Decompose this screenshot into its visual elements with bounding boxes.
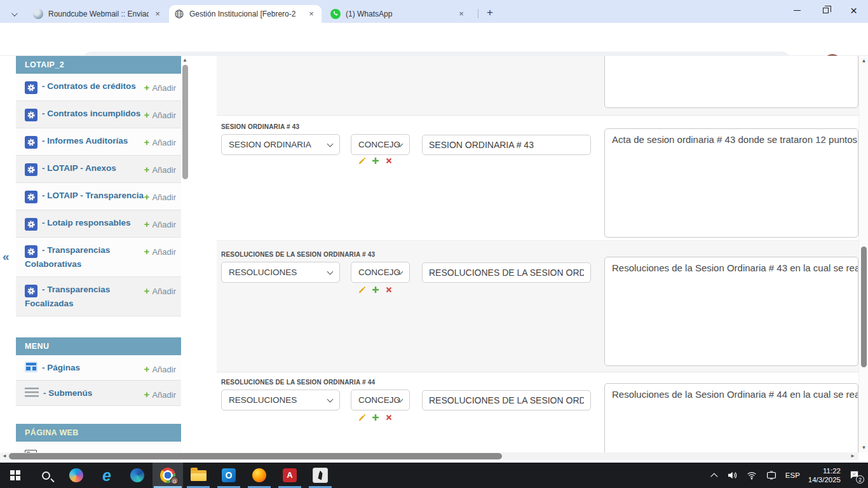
scroll-right-arrow-icon[interactable]: ►	[850, 453, 855, 459]
edit-pencil-icon[interactable]	[358, 156, 367, 165]
sidebar-item-lotaip-transparencia[interactable]: Añadir - LOTAIP - Transparencia	[16, 183, 181, 210]
sidebar-item-contratos-incumplidos[interactable]: Añadir - Contratos incumplidos	[16, 101, 181, 128]
type-select[interactable]: RESOLUCIONES	[221, 390, 340, 410]
description-textarea[interactable]	[604, 257, 858, 366]
taskbar-edge-button[interactable]	[122, 463, 153, 488]
sidebar-item-informes-auditorias[interactable]: Añadir - Informes Auditorías	[16, 128, 181, 156]
clock[interactable]: 11:22 14/3/2025	[808, 466, 841, 485]
sidebar-item-pagina-web-partial[interactable]: Añadir	[16, 442, 181, 452]
scroll-up-arrow-icon[interactable]: ▲	[859, 58, 868, 64]
window-restore-button[interactable]	[811, 0, 840, 21]
inline-form-area: SESION ORDINARIA # 43 SESION ORDINARIA C…	[217, 56, 858, 452]
taskbar-ie-button[interactable]: e	[92, 463, 122, 488]
add-plus-icon[interactable]	[371, 413, 380, 422]
tab-whatsapp[interactable]: (1) WhatsApp	[325, 5, 471, 23]
sidebar-item-contratos-creditos[interactable]: Añadir - Contratos de créditos	[16, 74, 181, 101]
delete-x-icon[interactable]	[384, 413, 393, 422]
start-button[interactable]	[0, 463, 31, 488]
scrollbar-thumb[interactable]	[182, 65, 188, 179]
scroll-left-arrow-icon[interactable]: ◄	[2, 453, 7, 459]
delete-x-icon[interactable]	[384, 285, 393, 294]
add-link[interactable]: Añadir	[144, 285, 176, 297]
taskbar-acrobat-button[interactable]: A	[275, 463, 305, 488]
add-plus-icon[interactable]	[371, 156, 380, 165]
description-textarea[interactable]	[604, 128, 858, 238]
description-textarea[interactable]	[604, 383, 858, 452]
sidebar-item-label[interactable]: - LOTAIP - Transparencia	[42, 191, 144, 200]
council-select[interactable]: CONCEJO	[351, 134, 410, 155]
add-link[interactable]: Añadir	[144, 245, 176, 258]
delete-x-icon[interactable]	[384, 156, 393, 165]
add-link[interactable]: Añadir	[144, 218, 176, 231]
add-link[interactable]: Añadir	[144, 388, 176, 401]
window-minimize-button[interactable]	[783, 0, 811, 21]
taskbar-explorer-button[interactable]	[183, 463, 214, 488]
scrollbar-thumb[interactable]	[861, 247, 867, 367]
add-link[interactable]: Añadir	[144, 191, 176, 203]
sidebar-scrollbar[interactable]: ▲	[182, 56, 189, 452]
type-select[interactable]: SESION ORDINARIA	[221, 134, 340, 155]
type-select[interactable]: RESOLUCIONES	[221, 262, 340, 283]
sidebar-item-submenus[interactable]: Añadir - Submenús	[16, 381, 181, 406]
sidebar-gap	[16, 316, 181, 337]
scroll-down-arrow-icon[interactable]: ▼	[859, 445, 868, 451]
sidebar-item-label[interactable]: - Submenús	[43, 388, 92, 398]
page-vertical-scrollbar[interactable]: ▲ ▼	[858, 56, 868, 452]
add-plus-icon[interactable]	[371, 285, 380, 294]
new-tab-button[interactable]	[483, 6, 497, 20]
taskbar-copilot-button[interactable]	[61, 463, 92, 488]
connect-display-icon[interactable]	[766, 470, 777, 481]
sidebar-item-paginas[interactable]: Añadir - Páginas	[16, 355, 181, 381]
title-input[interactable]	[422, 262, 591, 283]
add-link[interactable]: Añadir	[144, 136, 176, 149]
taskbar-outlook-button[interactable]: O	[214, 463, 244, 488]
sidebar-item-label[interactable]: - Transparencias Focalizadas	[25, 285, 110, 308]
add-link[interactable]: Añadir	[144, 81, 176, 94]
sidebar-item-label[interactable]: - Transparencias Colaborativas	[25, 245, 110, 269]
scroll-up-arrow-icon[interactable]: ▲	[182, 57, 187, 63]
edit-pencil-icon[interactable]	[358, 285, 367, 294]
sidebar-item-label[interactable]: - LOTAIP - Anexos	[42, 163, 116, 173]
window-close-button[interactable]	[839, 0, 868, 21]
wifi-icon[interactable]	[746, 470, 757, 481]
tab-close-icon[interactable]	[153, 9, 163, 19]
language-indicator[interactable]: ESP	[785, 471, 800, 479]
tab-roundcube[interactable]: Roundcube Webmail :: Enviados	[28, 5, 168, 23]
taskbar-search-button[interactable]	[31, 463, 61, 488]
tab-close-icon[interactable]	[306, 9, 316, 19]
title-input[interactable]	[422, 135, 591, 155]
sidebar-item-label[interactable]: - Contratos incumplidos	[42, 109, 140, 118]
notification-center-button[interactable]: 2	[849, 469, 862, 482]
sidebar-item-label[interactable]: - Lotaip responsables	[42, 218, 131, 227]
sidebar-item-label[interactable]: - Contratos de créditos	[42, 81, 136, 91]
show-hidden-icons-button[interactable]	[710, 473, 717, 480]
sidebar-item-lotaip-responsables[interactable]: Añadir - Lotaip responsables	[16, 210, 181, 238]
sidebar-item-label[interactable]: - Páginas	[42, 363, 80, 372]
tab-search-button[interactable]	[6, 8, 20, 20]
taskbar-firefox-button[interactable]	[244, 463, 275, 488]
sidebar-item-lotaip-anexos[interactable]: Añadir - LOTAIP - Anexos	[16, 156, 181, 183]
edit-pencil-icon[interactable]	[358, 413, 367, 422]
add-link[interactable]: Añadir	[144, 109, 176, 121]
sidebar-item-transparencias-colaborativas[interactable]: Añadir - Transparencias Colaborativas	[16, 238, 181, 277]
system-tray: ESP 11:22 14/3/2025 2	[713, 466, 868, 485]
description-textarea[interactable]	[604, 56, 858, 108]
add-link[interactable]: Añadir	[144, 163, 176, 176]
title-input[interactable]	[422, 390, 591, 410]
council-select[interactable]: CONCEJO	[351, 262, 410, 283]
copilot-icon	[69, 468, 83, 482]
sidebar-item-label[interactable]: - Informes Auditorías	[42, 136, 128, 146]
sidebar-item-transparencias-focalizadas[interactable]: Añadir - Transparencias Focalizadas	[16, 277, 181, 316]
speaker-icon[interactable]	[726, 470, 738, 481]
tab-gestion-institucional[interactable]: Gestión Institucional [Febrero-2	[169, 5, 322, 23]
council-select[interactable]: CONCEJO	[351, 390, 410, 410]
browser-titlebar: Roundcube Webmail :: Enviados Gestión In…	[0, 0, 868, 23]
taskbar-java-app-button[interactable]	[305, 463, 336, 488]
sidebar-collapse-button[interactable]: «	[3, 250, 10, 264]
tab-close-icon[interactable]	[456, 9, 466, 19]
scrollbar-thumb[interactable]	[9, 453, 502, 459]
folder-icon	[191, 470, 207, 481]
taskbar-chrome-button[interactable]: G	[153, 463, 183, 488]
page-horizontal-scrollbar[interactable]: ◄ ►	[0, 452, 858, 460]
add-link[interactable]: Añadir	[144, 363, 176, 376]
